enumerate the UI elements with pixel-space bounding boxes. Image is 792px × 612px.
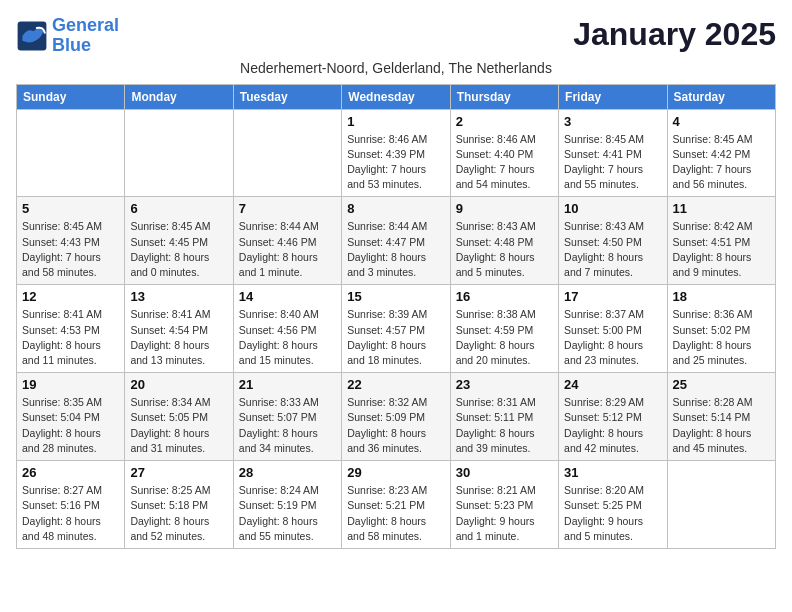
calendar-cell: 19Sunrise: 8:35 AMSunset: 5:04 PMDayligh… — [17, 373, 125, 461]
day-number: 22 — [347, 377, 444, 392]
day-info: Sunrise: 8:42 AMSunset: 4:51 PMDaylight:… — [673, 219, 770, 280]
day-number: 4 — [673, 114, 770, 129]
calendar-cell: 21Sunrise: 8:33 AMSunset: 5:07 PMDayligh… — [233, 373, 341, 461]
day-info: Sunrise: 8:23 AMSunset: 5:21 PMDaylight:… — [347, 483, 444, 544]
calendar-cell: 6Sunrise: 8:45 AMSunset: 4:45 PMDaylight… — [125, 197, 233, 285]
day-number: 8 — [347, 201, 444, 216]
day-info: Sunrise: 8:29 AMSunset: 5:12 PMDaylight:… — [564, 395, 661, 456]
calendar-cell: 23Sunrise: 8:31 AMSunset: 5:11 PMDayligh… — [450, 373, 558, 461]
day-number: 13 — [130, 289, 227, 304]
calendar-cell — [233, 109, 341, 197]
day-number: 26 — [22, 465, 119, 480]
day-number: 3 — [564, 114, 661, 129]
subtitle: Nederhemert-Noord, Gelderland, The Nethe… — [16, 60, 776, 76]
day-info: Sunrise: 8:34 AMSunset: 5:05 PMDaylight:… — [130, 395, 227, 456]
calendar-cell: 3Sunrise: 8:45 AMSunset: 4:41 PMDaylight… — [559, 109, 667, 197]
weekday-header: Wednesday — [342, 84, 450, 109]
weekday-header: Friday — [559, 84, 667, 109]
day-info: Sunrise: 8:44 AMSunset: 4:47 PMDaylight:… — [347, 219, 444, 280]
day-info: Sunrise: 8:37 AMSunset: 5:00 PMDaylight:… — [564, 307, 661, 368]
calendar-cell — [125, 109, 233, 197]
calendar-cell: 1Sunrise: 8:46 AMSunset: 4:39 PMDaylight… — [342, 109, 450, 197]
day-number: 16 — [456, 289, 553, 304]
weekday-header: Monday — [125, 84, 233, 109]
calendar-cell: 30Sunrise: 8:21 AMSunset: 5:23 PMDayligh… — [450, 461, 558, 549]
day-number: 24 — [564, 377, 661, 392]
day-number: 30 — [456, 465, 553, 480]
calendar-cell: 24Sunrise: 8:29 AMSunset: 5:12 PMDayligh… — [559, 373, 667, 461]
calendar-cell — [667, 461, 775, 549]
day-number: 7 — [239, 201, 336, 216]
day-number: 23 — [456, 377, 553, 392]
day-number: 21 — [239, 377, 336, 392]
day-number: 25 — [673, 377, 770, 392]
day-number: 18 — [673, 289, 770, 304]
day-number: 5 — [22, 201, 119, 216]
calendar-cell: 15Sunrise: 8:39 AMSunset: 4:57 PMDayligh… — [342, 285, 450, 373]
weekday-header: Saturday — [667, 84, 775, 109]
day-info: Sunrise: 8:46 AMSunset: 4:39 PMDaylight:… — [347, 132, 444, 193]
day-info: Sunrise: 8:46 AMSunset: 4:40 PMDaylight:… — [456, 132, 553, 193]
day-info: Sunrise: 8:21 AMSunset: 5:23 PMDaylight:… — [456, 483, 553, 544]
day-number: 6 — [130, 201, 227, 216]
day-number: 10 — [564, 201, 661, 216]
calendar-cell: 22Sunrise: 8:32 AMSunset: 5:09 PMDayligh… — [342, 373, 450, 461]
day-number: 1 — [347, 114, 444, 129]
calendar-cell: 27Sunrise: 8:25 AMSunset: 5:18 PMDayligh… — [125, 461, 233, 549]
day-info: Sunrise: 8:45 AMSunset: 4:42 PMDaylight:… — [673, 132, 770, 193]
day-info: Sunrise: 8:35 AMSunset: 5:04 PMDaylight:… — [22, 395, 119, 456]
day-number: 31 — [564, 465, 661, 480]
calendar-cell — [17, 109, 125, 197]
day-number: 15 — [347, 289, 444, 304]
day-info: Sunrise: 8:43 AMSunset: 4:48 PMDaylight:… — [456, 219, 553, 280]
calendar-cell: 18Sunrise: 8:36 AMSunset: 5:02 PMDayligh… — [667, 285, 775, 373]
day-info: Sunrise: 8:25 AMSunset: 5:18 PMDaylight:… — [130, 483, 227, 544]
day-number: 17 — [564, 289, 661, 304]
logo: General Blue — [16, 16, 119, 56]
calendar-table: SundayMondayTuesdayWednesdayThursdayFrid… — [16, 84, 776, 549]
day-info: Sunrise: 8:41 AMSunset: 4:53 PMDaylight:… — [22, 307, 119, 368]
calendar-cell: 20Sunrise: 8:34 AMSunset: 5:05 PMDayligh… — [125, 373, 233, 461]
day-number: 29 — [347, 465, 444, 480]
day-number: 19 — [22, 377, 119, 392]
calendar-cell: 31Sunrise: 8:20 AMSunset: 5:25 PMDayligh… — [559, 461, 667, 549]
calendar-cell: 10Sunrise: 8:43 AMSunset: 4:50 PMDayligh… — [559, 197, 667, 285]
calendar-cell: 5Sunrise: 8:45 AMSunset: 4:43 PMDaylight… — [17, 197, 125, 285]
calendar-cell: 25Sunrise: 8:28 AMSunset: 5:14 PMDayligh… — [667, 373, 775, 461]
calendar-cell: 9Sunrise: 8:43 AMSunset: 4:48 PMDaylight… — [450, 197, 558, 285]
month-title: January 2025 — [573, 16, 776, 53]
weekday-header: Sunday — [17, 84, 125, 109]
weekday-header: Thursday — [450, 84, 558, 109]
day-number: 2 — [456, 114, 553, 129]
calendar-cell: 4Sunrise: 8:45 AMSunset: 4:42 PMDaylight… — [667, 109, 775, 197]
day-info: Sunrise: 8:43 AMSunset: 4:50 PMDaylight:… — [564, 219, 661, 280]
day-info: Sunrise: 8:40 AMSunset: 4:56 PMDaylight:… — [239, 307, 336, 368]
day-info: Sunrise: 8:24 AMSunset: 5:19 PMDaylight:… — [239, 483, 336, 544]
day-info: Sunrise: 8:31 AMSunset: 5:11 PMDaylight:… — [456, 395, 553, 456]
calendar-cell: 16Sunrise: 8:38 AMSunset: 4:59 PMDayligh… — [450, 285, 558, 373]
day-info: Sunrise: 8:32 AMSunset: 5:09 PMDaylight:… — [347, 395, 444, 456]
weekday-header: Tuesday — [233, 84, 341, 109]
day-number: 20 — [130, 377, 227, 392]
logo-line2: Blue — [52, 35, 91, 55]
day-info: Sunrise: 8:33 AMSunset: 5:07 PMDaylight:… — [239, 395, 336, 456]
day-number: 9 — [456, 201, 553, 216]
calendar-cell: 8Sunrise: 8:44 AMSunset: 4:47 PMDaylight… — [342, 197, 450, 285]
day-number: 14 — [239, 289, 336, 304]
day-info: Sunrise: 8:39 AMSunset: 4:57 PMDaylight:… — [347, 307, 444, 368]
day-info: Sunrise: 8:45 AMSunset: 4:45 PMDaylight:… — [130, 219, 227, 280]
day-info: Sunrise: 8:44 AMSunset: 4:46 PMDaylight:… — [239, 219, 336, 280]
day-info: Sunrise: 8:27 AMSunset: 5:16 PMDaylight:… — [22, 483, 119, 544]
calendar-cell: 11Sunrise: 8:42 AMSunset: 4:51 PMDayligh… — [667, 197, 775, 285]
calendar-cell: 26Sunrise: 8:27 AMSunset: 5:16 PMDayligh… — [17, 461, 125, 549]
day-info: Sunrise: 8:45 AMSunset: 4:41 PMDaylight:… — [564, 132, 661, 193]
day-number: 12 — [22, 289, 119, 304]
day-number: 11 — [673, 201, 770, 216]
calendar-cell: 12Sunrise: 8:41 AMSunset: 4:53 PMDayligh… — [17, 285, 125, 373]
calendar-cell: 17Sunrise: 8:37 AMSunset: 5:00 PMDayligh… — [559, 285, 667, 373]
calendar-cell: 7Sunrise: 8:44 AMSunset: 4:46 PMDaylight… — [233, 197, 341, 285]
day-info: Sunrise: 8:41 AMSunset: 4:54 PMDaylight:… — [130, 307, 227, 368]
calendar-cell: 28Sunrise: 8:24 AMSunset: 5:19 PMDayligh… — [233, 461, 341, 549]
calendar-cell: 13Sunrise: 8:41 AMSunset: 4:54 PMDayligh… — [125, 285, 233, 373]
day-number: 28 — [239, 465, 336, 480]
